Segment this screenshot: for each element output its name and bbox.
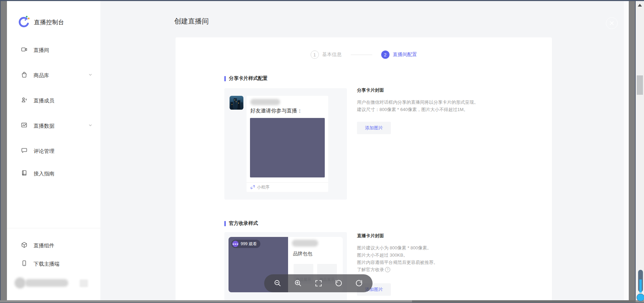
page-scrollbar-gutter [624,1,629,300]
shop-name-redacted [292,240,318,247]
section-title: 分享卡片样式配置 [229,75,268,82]
fullscreen-icon[interactable] [314,279,323,288]
cursor-thermometer-icon [634,268,644,303]
info-line: 图片内容遵循平台规范后更容易被推荐。 [357,259,537,266]
chevron-down-icon[interactable] [88,123,93,129]
sidebar-item-label: 下载主播端 [34,261,60,267]
step-number: 1 [311,50,319,59]
window-left-edge [0,0,1,303]
app-window: 直播控制台 直播间 商品库 [7,1,629,300]
sidebar-item-label: 商品库 [34,72,49,79]
share-card-section-heading: 分享卡片样式配置 [224,75,268,82]
viewer-count-badge: ●●● 999 观看 [231,240,260,248]
share-chat-card: 好友邀请你参与直播： 小程序 [247,96,328,192]
sidebar-item-live-members[interactable]: 直播成员 [21,96,94,105]
scroll-up-arrow-icon[interactable] [638,4,642,7]
info-title: 分享卡片封面 [357,87,537,93]
chat-avatar-image [230,96,243,110]
close-icon[interactable] [606,17,618,29]
more-dots-icon: ●●● [232,241,239,247]
info-line: 图片大小不超过 300KB。 [357,251,537,259]
phone-icon [21,260,28,268]
live-title: 品牌包包 [293,251,312,257]
screen: 直播控制台 直播间 商品库 [0,0,644,303]
step-basic-info: 1 基本信息 [311,50,342,59]
zoom-out-icon[interactable] [273,279,282,288]
info-line: 建议尺寸：800像素 * 640像素，图片大小不得超过1M。 [357,106,537,113]
step-label: 基本信息 [322,52,342,58]
invite-text: 好友邀请你参与直播： [250,108,302,114]
vertical-scrollbar-thumb[interactable] [637,75,643,95]
page-title: 创建直播间 [174,17,209,26]
mini-program-label: 小程序 [257,184,269,190]
live-cover-info: 直播卡片封面 图片建议大小为 800像素 * 800像素。 图片大小不超过 30… [357,233,537,296]
comment-icon [21,147,28,155]
chevron-down-icon[interactable] [88,72,93,79]
avatar [15,277,26,288]
section-title: 官方收录样式 [229,220,258,227]
link-icon [251,184,255,191]
sidebar: 直播控制台 直播间 商品库 [7,1,100,300]
profile-extra-redacted [80,279,88,287]
sidebar-item-label: 直播数据 [34,123,54,129]
mini-program-footer: 小程序 [247,182,328,192]
zoom-in-icon[interactable] [294,279,303,288]
add-share-image-button[interactable]: 添加图片 [357,122,391,134]
outer-vertical-scrollbar[interactable] [636,1,644,303]
viewer-count: 999 观看 [241,241,257,247]
app-logo: 直播控制台 [17,15,64,29]
help-icon[interactable]: ? [385,267,390,272]
user-profile[interactable] [15,277,94,289]
official-listing-section-heading: 官方收录样式 [224,220,258,227]
share-cover-info: 分享卡片封面 用户在微信对话框内分享的直播间将以分享卡片的形式呈现。 建议尺寸：… [357,87,537,134]
image-viewer-toolbar [264,274,373,292]
shopping-bag-icon [21,71,28,80]
step-label: 直播间配置 [393,52,417,58]
sender-name-redacted [250,99,280,105]
data-chart-icon [21,122,28,130]
sidebar-item-comment-management[interactable]: 评论管理 [21,146,94,156]
sidebar-item-label: 直播组件 [34,242,54,249]
logo-icon [17,15,30,29]
stepper: 1 基本信息 2 直播间配置 [176,50,552,59]
sidebar-item-access-guide[interactable]: 接入指南 [21,169,94,178]
rotate-right-icon[interactable] [355,279,364,288]
sidebar-item-label: 接入指南 [34,171,54,177]
stepper-connector [351,55,372,55]
step-room-config: 2 直播间配置 [381,50,417,59]
section-accent-bar [224,76,226,81]
member-icon [21,97,28,105]
sidebar-item-live-components[interactable]: 直播组件 [21,241,94,250]
window-top-edge [0,0,644,1]
info-line: 图片建议大小为 800像素 * 800像素。 [357,244,537,251]
info-title: 直播卡片封面 [357,233,537,239]
guide-book-icon [21,169,28,178]
sidebar-divider [7,228,100,228]
rotate-left-icon[interactable] [334,279,343,288]
section-accent-bar [224,221,226,226]
username-redacted [25,279,68,287]
sidebar-item-label: 直播成员 [34,98,54,104]
cube-icon [21,241,28,250]
sidebar-item-product-library[interactable]: 商品库 [21,71,94,80]
share-cover-placeholder [250,118,325,177]
logo-title: 直播控制台 [34,18,64,26]
step-number: 2 [381,50,390,59]
sidebar-item-live-room[interactable]: 直播间 [21,45,94,55]
video-camera-icon [21,46,28,54]
learn-more-label: 了解官方收录 [357,266,384,273]
sidebar-item-label: 直播间 [34,47,49,54]
info-line: 用户在微信对话框内分享的直播间将以分享卡片的形式呈现。 [357,99,537,106]
sidebar-item-label: 评论管理 [34,148,54,155]
learn-official-listing-link[interactable]: 了解官方收录 ? [357,266,390,273]
sidebar-item-download-anchor-app[interactable]: 下载主播端 [21,259,94,269]
sidebar-item-live-data[interactable]: 直播数据 [21,121,94,131]
create-live-room-modal: 1 基本信息 2 直播间配置 分享卡片样式配置 [176,37,552,300]
share-card-preview-panel: 好友邀请你参与直播： 小程序 [224,88,347,200]
